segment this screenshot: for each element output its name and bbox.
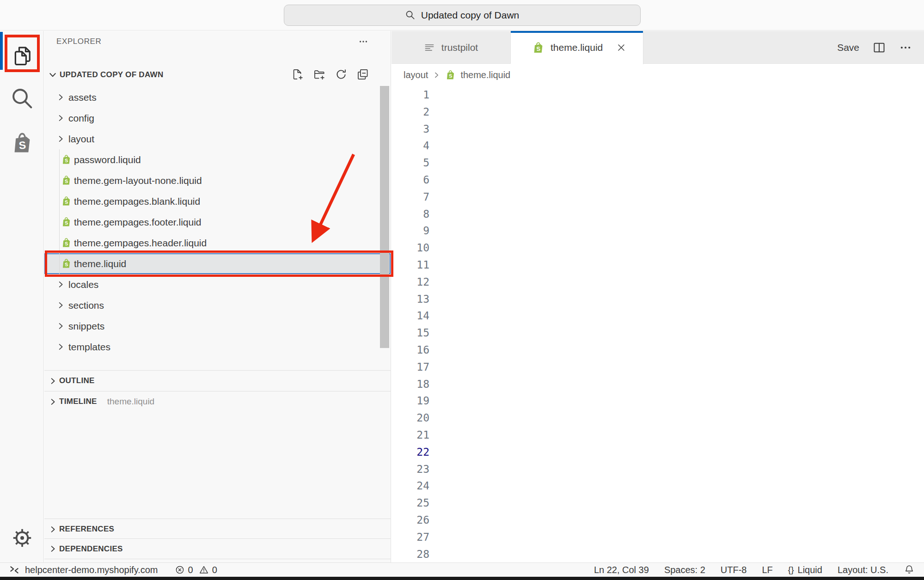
tree-item[interactable]: theme.gempages.footer.liquid (44, 212, 391, 232)
chevron-down-icon (48, 70, 57, 79)
activity-item-explorer[interactable] (0, 43, 44, 67)
chevron-right-icon (49, 377, 57, 385)
shopify-file-icon (61, 196, 72, 207)
tree-item[interactable]: theme.gem-layout-none.liquid (44, 170, 391, 191)
indent-guide (59, 149, 60, 170)
section-label: UPDATED COPY OF DAWN (60, 70, 164, 79)
new-folder-icon[interactable] (313, 68, 326, 81)
tree-item[interactable]: theme.gempages.blank.liquid (44, 191, 391, 212)
tree-item[interactable]: templates (44, 336, 391, 357)
breadcrumb-folder[interactable]: layout (404, 70, 428, 80)
shopify-icon (532, 42, 545, 54)
error-count: 0 (188, 565, 193, 575)
sidebar-title-row: EXPLORER (44, 31, 391, 52)
more-actions-icon[interactable] (357, 37, 369, 47)
shopify-file-icon (61, 217, 72, 227)
tree-item[interactable]: assets (44, 87, 391, 108)
tree-item[interactable]: password.liquid (44, 149, 391, 170)
line-number: 2 (392, 104, 429, 121)
save-button[interactable]: Save (837, 42, 859, 53)
chevron-right-icon (433, 71, 441, 79)
cursor-position[interactable]: Ln 22, Col 39 (594, 565, 649, 575)
sidebar-title: EXPLORER (56, 37, 101, 46)
panel-timeline[interactable]: TIMELINE theme.liquid (44, 391, 391, 412)
line-number: 15 (392, 324, 429, 342)
shopify-file-icon (61, 238, 72, 248)
braces-icon: {} (788, 565, 794, 575)
warning-icon (199, 565, 209, 575)
editor-content[interactable] (392, 86, 924, 562)
language-mode[interactable]: {} Liquid (788, 565, 822, 575)
activity-item-search[interactable] (0, 86, 44, 111)
line-number: 18 (392, 376, 429, 393)
bell-icon[interactable] (904, 564, 915, 575)
tree-item[interactable]: locales (44, 274, 391, 295)
breadcrumb: layout theme.liquid (392, 64, 924, 85)
tree-item[interactable]: theme.liquid (44, 253, 391, 274)
line-number: 7 (392, 189, 429, 206)
status-bar: helpcenter-demo.myshopify.com 0 0 Ln 22,… (0, 562, 924, 577)
tree-item[interactable]: sections (44, 295, 391, 316)
line-number: 4 (392, 137, 429, 154)
status-left: helpcenter-demo.myshopify.com 0 0 (0, 565, 217, 575)
panel-label: DEPENDENCIES (59, 544, 123, 554)
encoding[interactable]: UTF-8 (721, 565, 747, 575)
problems-errors[interactable]: 0 (175, 565, 193, 575)
section-header-project[interactable]: UPDATED COPY OF DAWN (44, 64, 391, 85)
tree-item-label: theme.gempages.footer.liquid (74, 217, 202, 228)
breadcrumb-file[interactable]: theme.liquid (460, 70, 510, 80)
line-number: 14 (392, 307, 429, 324)
new-file-icon[interactable] (291, 68, 304, 81)
line-number: 16 (392, 342, 429, 359)
line-number: 3 (392, 121, 429, 138)
line-number: 21 (392, 427, 429, 444)
line-number: 13 (392, 291, 429, 308)
line-number: 26 (392, 512, 429, 529)
line-number: 11 (392, 256, 429, 274)
remote-host[interactable]: helpcenter-demo.myshopify.com (25, 565, 158, 575)
line-number: 25 (392, 495, 429, 512)
panel-label: OUTLINE (59, 376, 95, 385)
chevron-right-icon (56, 280, 65, 289)
problems-warnings[interactable]: 0 (199, 565, 217, 575)
activity-item-shopify[interactable] (0, 132, 44, 155)
more-actions-icon[interactable] (899, 41, 912, 54)
keyboard-layout[interactable]: Layout: U.S. (838, 565, 888, 575)
tab-label: trustpilot (441, 42, 478, 53)
panel-references[interactable]: REFERENCES (44, 519, 391, 539)
chevron-right-icon (56, 134, 65, 143)
chevron-right-icon (56, 93, 65, 102)
indent-guide (59, 212, 60, 232)
sidebar-scrollbar[interactable] (380, 86, 389, 348)
refresh-icon[interactable] (335, 68, 348, 81)
tab-theme-liquid[interactable]: theme.liquid (511, 31, 643, 64)
activity-item-settings[interactable] (0, 527, 44, 549)
tree-item[interactable]: snippets (44, 316, 391, 336)
tree-item-label: templates (68, 342, 110, 353)
tab-trustpilot[interactable]: trustpilot (392, 31, 511, 64)
chevron-right-icon (49, 544, 57, 553)
indentation[interactable]: Spaces: 2 (664, 565, 705, 575)
eol-sequence[interactable]: LF (762, 565, 773, 575)
tree-item[interactable]: theme.gempages.header.liquid (44, 232, 391, 253)
collapse-all-icon[interactable] (356, 68, 369, 81)
title-bar: Updated copy of Dawn (0, 0, 924, 31)
tree-item[interactable]: config (44, 108, 391, 128)
explorer-sidebar: EXPLORER UPDATED COPY OF DAWN assets con… (44, 31, 391, 562)
chevron-right-icon (56, 322, 65, 330)
line-number: 6 (392, 171, 429, 189)
window-title: Updated copy of Dawn (421, 10, 519, 21)
tree-item[interactable]: layout (44, 128, 391, 149)
tree-item-label: config (68, 113, 94, 124)
panel-dependencies[interactable]: DEPENDENCIES (44, 538, 391, 559)
command-center-search[interactable]: Updated copy of Dawn (284, 5, 641, 26)
chevron-down-icon (49, 397, 57, 406)
error-icon (175, 565, 185, 575)
editor-tab-strip: trustpilot theme.liquid Save (392, 31, 924, 64)
line-number: 23 (392, 461, 429, 478)
close-icon[interactable] (616, 43, 626, 53)
split-editor-icon[interactable] (872, 41, 886, 55)
line-number: 8 (392, 206, 429, 223)
panel-outline[interactable]: OUTLINE (44, 370, 391, 391)
line-number-gutter: 1234567891011121314151617181920212223242… (392, 86, 429, 562)
